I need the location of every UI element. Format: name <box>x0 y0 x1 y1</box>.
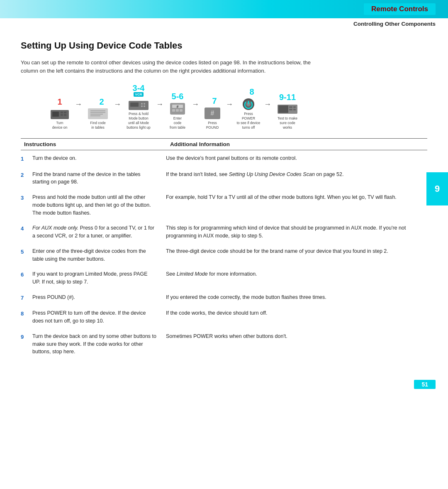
row-8-num: 8 <box>21 309 32 318</box>
step-8-num: 8 <box>249 88 254 96</box>
step-911-icon <box>277 103 298 115</box>
step-34-num: 3-4 <box>133 84 145 92</box>
arrow-2-3: → <box>113 100 122 109</box>
svg-rect-12 <box>130 103 139 107</box>
svg-rect-30 <box>289 106 292 108</box>
intro-text: You can set up the remote to control oth… <box>21 59 319 75</box>
svg-point-16 <box>144 105 145 107</box>
svg-rect-21 <box>176 109 179 112</box>
svg-point-13 <box>141 103 143 105</box>
step-1-icon <box>50 108 70 120</box>
row-4-additional: This step is for programming which kind … <box>161 224 427 240</box>
svg-rect-2 <box>61 112 63 113</box>
row-7-additional: If you entered the code correctly, the m… <box>161 293 427 301</box>
arrow-1-2: → <box>74 100 83 109</box>
svg-rect-1 <box>52 112 59 117</box>
row-7-instruction: Press POUND (#). <box>32 293 161 301</box>
diagram-step-2: 2 Find codein tables <box>83 98 113 130</box>
row-5-num: 5 <box>21 247 32 256</box>
step-1-num: 1 <box>57 98 62 106</box>
table-row: 2 Find the brand name of the device in t… <box>21 166 427 190</box>
step-8-caption: PressPOWERto see if deviceturns off <box>237 112 261 130</box>
sub-header: Controlling Other Components <box>0 18 448 27</box>
col-additional-header: Additional Information <box>162 141 427 147</box>
row-1-additional: Use the device's front panel buttons or … <box>161 154 427 162</box>
diagram-step-34: 3-4 VCR Press & holdMode buttonuntil all… <box>122 84 155 130</box>
row-9-instruction: Turn the device back on and try some oth… <box>32 333 161 356</box>
arrow-8-911: → <box>263 100 272 109</box>
row-8-additional: If the code works, the device should tur… <box>161 309 427 317</box>
svg-text:#: # <box>211 110 214 117</box>
step-8-icon <box>239 98 258 111</box>
table-row: 4 For AUX mode only. Press 0 for a secon… <box>21 220 427 243</box>
step-7-icon: # <box>204 107 221 120</box>
svg-rect-31 <box>289 109 292 110</box>
step-911-caption: Test to makesure codeworks <box>278 116 297 130</box>
sub-header-text: Controlling Other Components <box>353 21 436 27</box>
row-5-instruction: Enter one of the three-digit device code… <box>32 247 161 263</box>
row-2-instruction: Find the brand name of the device in the… <box>32 171 161 186</box>
svg-rect-33 <box>293 109 296 110</box>
row-3-num: 3 <box>21 193 32 202</box>
svg-rect-3 <box>61 114 63 116</box>
row-9-additional: Sometimes POWER works when other buttons… <box>161 333 427 340</box>
row-5-additional: The three-digit device code should be fo… <box>161 247 427 255</box>
col2-header-text: Additional Information <box>170 141 230 147</box>
row-6-num: 6 <box>21 270 32 279</box>
diagram-step-56: 5-6 # Entercodefrom table <box>164 92 191 130</box>
step-911-num: 9-11 <box>279 93 296 101</box>
table-row: 9 Turn the device back on and try some o… <box>21 328 427 359</box>
row-2-additional: If the brand isn't listed, see Setting U… <box>161 171 427 178</box>
svg-rect-22 <box>180 109 183 112</box>
arrow-34-56: → <box>155 100 164 109</box>
row-9-num: 9 <box>21 333 32 341</box>
table-row: 6 If you want to program Limited Mode, p… <box>21 266 427 289</box>
diagram-step-8: 8 PressPOWERto see if deviceturns off <box>234 88 263 130</box>
svg-rect-6 <box>88 108 108 119</box>
row-4-instruction: For AUX mode only. Press 0 for a second … <box>32 224 161 240</box>
col-instructions-header: Instructions <box>21 141 162 147</box>
step-1-caption: Turndevice on <box>52 121 67 130</box>
step-56-num: 5-6 <box>172 92 184 100</box>
step-2-caption: Find codein tables <box>90 121 105 130</box>
vcr-badge: VCR <box>134 92 144 97</box>
step-34-caption: Press & holdMode buttonuntil all Modebut… <box>127 112 151 130</box>
table-header: Instructions Additional Information <box>21 138 427 150</box>
step-34-icon <box>128 99 149 111</box>
svg-rect-29 <box>278 105 288 113</box>
diagram-step-1: 1 Turndevice on <box>46 98 74 130</box>
step-2-icon <box>87 108 109 120</box>
diagram-step-911: 9-11 Test to makesure codeworks <box>272 93 303 130</box>
svg-rect-20 <box>172 109 175 112</box>
row-4-num: 4 <box>21 224 32 233</box>
svg-text:#: # <box>176 105 178 109</box>
page-heading: Setting Up Using Device Code Tables <box>21 40 427 51</box>
svg-point-14 <box>144 103 145 105</box>
row-3-additional: For example, hold TV for a TV until all … <box>161 193 427 201</box>
row-1-instruction: Turn the device on. <box>32 154 161 162</box>
arrow-7-8: → <box>225 100 234 109</box>
instructions-section: Instructions Additional Information 1 Tu… <box>21 138 427 359</box>
arrow-56-7: → <box>191 100 200 109</box>
table-row: 7 Press POUND (#). If you entered the co… <box>21 289 427 306</box>
footer-bar: 51 <box>0 376 448 396</box>
step-7-caption: PressPOUND <box>206 121 219 130</box>
row-8-instruction: Press POWER to turn off the device. If t… <box>32 309 161 325</box>
diagram-step-7: 7 # PressPOUND <box>200 97 225 130</box>
diagram: 1 Turndevice on → 2 <box>21 84 427 134</box>
svg-rect-32 <box>293 106 296 108</box>
row-2-num: 2 <box>21 171 32 179</box>
side-tab: 9 <box>426 172 448 205</box>
table-row: 1 Turn the device on. Use the device's f… <box>21 150 427 166</box>
table-row: 8 Press POWER to turn off the device. If… <box>21 305 427 328</box>
main-content: Setting Up Using Device Code Tables You … <box>0 27 448 376</box>
svg-rect-5 <box>64 114 66 116</box>
step-7-num: 7 <box>212 97 217 105</box>
row-7-num: 7 <box>21 293 32 302</box>
col1-header-text: Instructions <box>24 141 56 147</box>
step-2-num: 2 <box>99 98 104 106</box>
header-bar: Remote Controls <box>0 0 448 18</box>
svg-point-15 <box>141 105 143 107</box>
step-56-icon: # <box>169 102 186 115</box>
row-6-additional: See Limited Mode for more information. <box>161 270 427 278</box>
